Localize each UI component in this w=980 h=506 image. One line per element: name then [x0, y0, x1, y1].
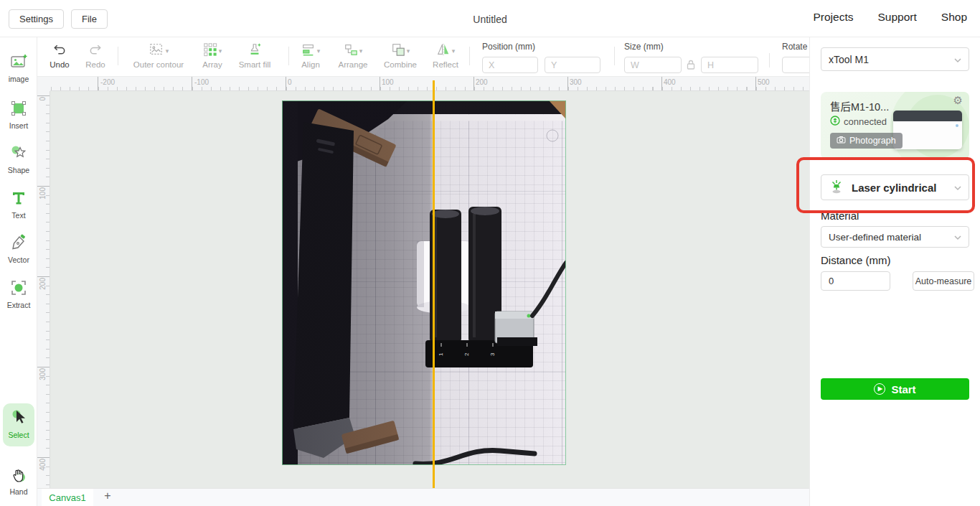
start-button[interactable]: ▶ Start	[821, 378, 969, 400]
roller-marking: 2	[463, 352, 470, 356]
size-label: Size (mm)	[624, 42, 664, 52]
vector-pen-icon	[10, 241, 27, 253]
ruler-label: 200	[39, 278, 47, 290]
top-nav: Projects Support Shop	[814, 11, 968, 24]
ruler-label: 0	[288, 78, 292, 86]
roller-marking: 3	[489, 352, 496, 356]
ruler-label: 0	[39, 97, 47, 101]
photograph-button[interactable]: Photograph	[830, 133, 903, 149]
tool-sidebar: image Insert Shape Text Vector	[0, 37, 37, 506]
combine-icon	[391, 42, 405, 60]
array-icon	[203, 42, 217, 60]
hand-tool-button[interactable]: Hand	[0, 467, 37, 496]
text-icon	[10, 197, 27, 209]
insert-icon	[10, 107, 27, 119]
ruler-label: 400	[39, 459, 47, 471]
select-tool-button[interactable]: Select	[3, 403, 34, 446]
sidebar-item-insert[interactable]: Insert	[0, 100, 37, 130]
position-label: Position (mm)	[482, 42, 535, 52]
canvas-tab[interactable]: Canvas1	[42, 489, 93, 506]
device-card: ⚙ 售后M1-10... connected Photograph	[821, 92, 969, 159]
caret-down-icon: ▾	[407, 48, 410, 55]
canvas-workspace[interactable]: 1 2 3	[50, 91, 809, 488]
size-w-input[interactable]	[624, 57, 682, 73]
add-canvas-button[interactable]: +	[100, 489, 115, 502]
top-bar: Settings File Untitled Projects Support …	[0, 0, 980, 37]
size-h-input[interactable]	[701, 57, 758, 73]
ruler-label: 300	[39, 368, 47, 380]
app-window: Settings File Untitled Projects Support …	[0, 0, 980, 506]
highlight-box	[796, 157, 975, 213]
toolbar-separator	[469, 47, 470, 65]
combine-button[interactable]: ▾ Combine	[380, 42, 420, 69]
device-status: connected	[830, 116, 887, 128]
reflect-button[interactable]: ▾ Reflect	[428, 42, 463, 69]
sidebar-item-extract[interactable]: Extract	[0, 279, 37, 309]
position-y-input[interactable]	[545, 57, 600, 73]
toolbar-separator	[614, 47, 615, 65]
canvas-tab-bar: Canvas1 +	[37, 488, 809, 506]
toolbar-separator	[118, 47, 118, 65]
photograph-label: Photograph	[849, 136, 896, 146]
caret-down-icon: ▾	[359, 48, 363, 55]
ruler-label: 400	[664, 78, 676, 86]
sidebar-item-image[interactable]: image	[0, 53, 37, 83]
shape-icon	[10, 151, 27, 164]
sidebar-item-text[interactable]: Text	[0, 189, 37, 220]
device-select[interactable]: xTool M1	[821, 47, 969, 71]
lock-ratio-icon[interactable]	[687, 60, 695, 72]
caret-down-icon: ▾	[219, 48, 222, 55]
extract-icon	[10, 286, 27, 299]
material-value: User-defined material	[829, 232, 921, 243]
hand-icon	[10, 474, 27, 486]
ruler-label: -100	[194, 78, 209, 86]
ruler-label: 200	[476, 78, 488, 86]
array-button[interactable]: ▾ Array	[194, 42, 231, 69]
outer-contour-icon	[149, 42, 164, 60]
undo-icon	[52, 42, 67, 60]
chevron-down-icon	[954, 232, 961, 243]
caret-down-icon: ▾	[452, 48, 456, 55]
select-cursor-icon	[9, 416, 28, 428]
ruler-corner	[37, 77, 50, 91]
device-name: 售后M1-10...	[830, 98, 889, 113]
undo-button[interactable]: Undo	[44, 42, 75, 69]
smart-fill-icon	[248, 42, 262, 60]
auto-measure-button[interactable]: Auto-measure	[913, 271, 974, 291]
redo-button[interactable]: Redo	[80, 42, 110, 69]
play-icon: ▶	[874, 383, 885, 395]
nav-projects[interactable]: Projects	[814, 11, 854, 24]
smart-fill-button[interactable]: Smart fill	[232, 42, 277, 69]
caret-down-icon: ▾	[166, 48, 169, 55]
nav-support[interactable]: Support	[878, 11, 917, 24]
document-title: Untitled	[473, 14, 507, 25]
status-text: connected	[844, 116, 887, 127]
align-button[interactable]: ▾ Align	[294, 42, 327, 69]
settings-button[interactable]: Settings	[9, 9, 64, 29]
horizontal-ruler: -200 -100 0 100 200 300 400 500	[37, 77, 809, 91]
toolbar-separator	[769, 53, 770, 67]
file-button[interactable]: File	[71, 9, 108, 29]
sidebar-item-shape[interactable]: Shape	[0, 144, 37, 174]
nav-shop[interactable]: Shop	[941, 11, 967, 24]
material-select[interactable]: User-defined material	[821, 226, 969, 248]
camera-icon	[837, 136, 846, 146]
position-x-input[interactable]	[482, 57, 538, 73]
ruler-label: 300	[570, 78, 582, 86]
rotate-label: Rotate	[782, 42, 807, 52]
edit-toolbar: Undo Redo ▾ Outer contour ▾ Array Sm	[37, 37, 809, 77]
sidebar-item-vector[interactable]: Vector	[0, 234, 37, 264]
distance-label: Distance (mm)	[821, 254, 891, 266]
image-icon	[10, 60, 27, 72]
start-label: Start	[891, 383, 915, 395]
chevron-down-icon	[954, 54, 961, 65]
rotate-input[interactable]	[782, 57, 809, 73]
arrange-button[interactable]: ▾ Arrange	[333, 42, 373, 69]
outer-contour-button[interactable]: ▾ Outer contour	[129, 42, 188, 69]
reflect-icon	[436, 42, 451, 60]
redo-icon	[88, 42, 103, 60]
gear-icon[interactable]: ⚙	[953, 95, 963, 106]
machine-bed-photo: 1 2 3	[282, 100, 566, 465]
toolbar-separator	[288, 47, 289, 65]
distance-input[interactable]	[821, 271, 890, 291]
